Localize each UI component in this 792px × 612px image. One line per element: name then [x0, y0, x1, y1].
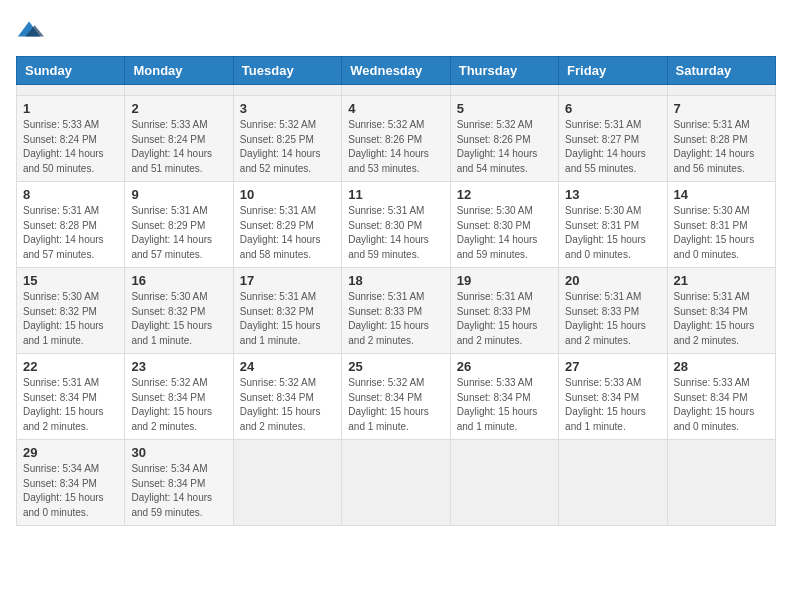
day-number: 18 — [348, 273, 443, 288]
day-number: 29 — [23, 445, 118, 460]
week-row-4: 15Sunrise: 5:30 AM Sunset: 8:32 PM Dayli… — [17, 268, 776, 354]
day-detail: Sunrise: 5:33 AM Sunset: 8:34 PM Dayligh… — [457, 376, 552, 434]
calendar-cell: 16Sunrise: 5:30 AM Sunset: 8:32 PM Dayli… — [125, 268, 233, 354]
day-detail: Sunrise: 5:31 AM Sunset: 8:33 PM Dayligh… — [565, 290, 660, 348]
column-header-sunday: Sunday — [17, 57, 125, 85]
day-detail: Sunrise: 5:33 AM Sunset: 8:24 PM Dayligh… — [131, 118, 226, 176]
calendar-cell: 14Sunrise: 5:30 AM Sunset: 8:31 PM Dayli… — [667, 182, 775, 268]
week-row-1 — [17, 85, 776, 96]
calendar-cell: 3Sunrise: 5:32 AM Sunset: 8:25 PM Daylig… — [233, 96, 341, 182]
calendar-cell — [450, 440, 558, 526]
week-row-5: 22Sunrise: 5:31 AM Sunset: 8:34 PM Dayli… — [17, 354, 776, 440]
calendar-cell — [559, 85, 667, 96]
column-header-friday: Friday — [559, 57, 667, 85]
calendar-cell — [450, 85, 558, 96]
day-detail: Sunrise: 5:31 AM Sunset: 8:28 PM Dayligh… — [23, 204, 118, 262]
day-detail: Sunrise: 5:30 AM Sunset: 8:32 PM Dayligh… — [131, 290, 226, 348]
calendar-cell: 25Sunrise: 5:32 AM Sunset: 8:34 PM Dayli… — [342, 354, 450, 440]
day-number: 13 — [565, 187, 660, 202]
day-number: 21 — [674, 273, 769, 288]
calendar-cell — [125, 85, 233, 96]
day-detail: Sunrise: 5:30 AM Sunset: 8:31 PM Dayligh… — [565, 204, 660, 262]
calendar-cell: 6Sunrise: 5:31 AM Sunset: 8:27 PM Daylig… — [559, 96, 667, 182]
column-header-monday: Monday — [125, 57, 233, 85]
day-number: 9 — [131, 187, 226, 202]
calendar-header-row: SundayMondayTuesdayWednesdayThursdayFrid… — [17, 57, 776, 85]
day-number: 30 — [131, 445, 226, 460]
day-number: 7 — [674, 101, 769, 116]
day-detail: Sunrise: 5:32 AM Sunset: 8:34 PM Dayligh… — [131, 376, 226, 434]
day-detail: Sunrise: 5:31 AM Sunset: 8:34 PM Dayligh… — [674, 290, 769, 348]
calendar-cell: 13Sunrise: 5:30 AM Sunset: 8:31 PM Dayli… — [559, 182, 667, 268]
week-row-3: 8Sunrise: 5:31 AM Sunset: 8:28 PM Daylig… — [17, 182, 776, 268]
column-header-saturday: Saturday — [667, 57, 775, 85]
day-number: 20 — [565, 273, 660, 288]
day-detail: Sunrise: 5:31 AM Sunset: 8:33 PM Dayligh… — [348, 290, 443, 348]
calendar-cell: 8Sunrise: 5:31 AM Sunset: 8:28 PM Daylig… — [17, 182, 125, 268]
day-detail: Sunrise: 5:33 AM Sunset: 8:34 PM Dayligh… — [565, 376, 660, 434]
calendar-cell: 20Sunrise: 5:31 AM Sunset: 8:33 PM Dayli… — [559, 268, 667, 354]
day-detail: Sunrise: 5:30 AM Sunset: 8:30 PM Dayligh… — [457, 204, 552, 262]
day-number: 8 — [23, 187, 118, 202]
day-number: 19 — [457, 273, 552, 288]
week-row-6: 29Sunrise: 5:34 AM Sunset: 8:34 PM Dayli… — [17, 440, 776, 526]
calendar-cell: 2Sunrise: 5:33 AM Sunset: 8:24 PM Daylig… — [125, 96, 233, 182]
day-detail: Sunrise: 5:30 AM Sunset: 8:31 PM Dayligh… — [674, 204, 769, 262]
calendar-cell — [233, 85, 341, 96]
day-number: 12 — [457, 187, 552, 202]
calendar-cell: 28Sunrise: 5:33 AM Sunset: 8:34 PM Dayli… — [667, 354, 775, 440]
calendar-cell: 19Sunrise: 5:31 AM Sunset: 8:33 PM Dayli… — [450, 268, 558, 354]
day-detail: Sunrise: 5:32 AM Sunset: 8:26 PM Dayligh… — [457, 118, 552, 176]
logo — [16, 16, 46, 44]
day-detail: Sunrise: 5:34 AM Sunset: 8:34 PM Dayligh… — [23, 462, 118, 520]
calendar-cell: 1Sunrise: 5:33 AM Sunset: 8:24 PM Daylig… — [17, 96, 125, 182]
day-number: 6 — [565, 101, 660, 116]
calendar-cell: 17Sunrise: 5:31 AM Sunset: 8:32 PM Dayli… — [233, 268, 341, 354]
day-detail: Sunrise: 5:31 AM Sunset: 8:30 PM Dayligh… — [348, 204, 443, 262]
calendar-cell: 21Sunrise: 5:31 AM Sunset: 8:34 PM Dayli… — [667, 268, 775, 354]
day-number: 22 — [23, 359, 118, 374]
calendar-cell: 9Sunrise: 5:31 AM Sunset: 8:29 PM Daylig… — [125, 182, 233, 268]
day-number: 10 — [240, 187, 335, 202]
calendar-cell — [342, 440, 450, 526]
day-number: 28 — [674, 359, 769, 374]
day-number: 3 — [240, 101, 335, 116]
calendar-cell: 18Sunrise: 5:31 AM Sunset: 8:33 PM Dayli… — [342, 268, 450, 354]
day-detail: Sunrise: 5:31 AM Sunset: 8:28 PM Dayligh… — [674, 118, 769, 176]
calendar-cell: 29Sunrise: 5:34 AM Sunset: 8:34 PM Dayli… — [17, 440, 125, 526]
week-row-2: 1Sunrise: 5:33 AM Sunset: 8:24 PM Daylig… — [17, 96, 776, 182]
day-detail: Sunrise: 5:31 AM Sunset: 8:32 PM Dayligh… — [240, 290, 335, 348]
day-number: 15 — [23, 273, 118, 288]
day-detail: Sunrise: 5:34 AM Sunset: 8:34 PM Dayligh… — [131, 462, 226, 520]
column-header-wednesday: Wednesday — [342, 57, 450, 85]
calendar-cell — [342, 85, 450, 96]
calendar-cell: 23Sunrise: 5:32 AM Sunset: 8:34 PM Dayli… — [125, 354, 233, 440]
day-detail: Sunrise: 5:32 AM Sunset: 8:34 PM Dayligh… — [240, 376, 335, 434]
calendar-cell: 22Sunrise: 5:31 AM Sunset: 8:34 PM Dayli… — [17, 354, 125, 440]
calendar-cell — [233, 440, 341, 526]
calendar-cell: 26Sunrise: 5:33 AM Sunset: 8:34 PM Dayli… — [450, 354, 558, 440]
day-detail: Sunrise: 5:32 AM Sunset: 8:25 PM Dayligh… — [240, 118, 335, 176]
calendar-cell — [667, 440, 775, 526]
calendar-cell: 15Sunrise: 5:30 AM Sunset: 8:32 PM Dayli… — [17, 268, 125, 354]
page-header — [16, 16, 776, 44]
calendar-cell: 24Sunrise: 5:32 AM Sunset: 8:34 PM Dayli… — [233, 354, 341, 440]
calendar-cell — [17, 85, 125, 96]
calendar-cell: 5Sunrise: 5:32 AM Sunset: 8:26 PM Daylig… — [450, 96, 558, 182]
calendar-cell: 11Sunrise: 5:31 AM Sunset: 8:30 PM Dayli… — [342, 182, 450, 268]
column-header-tuesday: Tuesday — [233, 57, 341, 85]
day-detail: Sunrise: 5:30 AM Sunset: 8:32 PM Dayligh… — [23, 290, 118, 348]
day-number: 26 — [457, 359, 552, 374]
day-detail: Sunrise: 5:31 AM Sunset: 8:33 PM Dayligh… — [457, 290, 552, 348]
column-header-thursday: Thursday — [450, 57, 558, 85]
day-number: 4 — [348, 101, 443, 116]
day-number: 23 — [131, 359, 226, 374]
calendar-cell: 7Sunrise: 5:31 AM Sunset: 8:28 PM Daylig… — [667, 96, 775, 182]
day-detail: Sunrise: 5:32 AM Sunset: 8:34 PM Dayligh… — [348, 376, 443, 434]
day-detail: Sunrise: 5:31 AM Sunset: 8:29 PM Dayligh… — [131, 204, 226, 262]
day-number: 1 — [23, 101, 118, 116]
day-number: 14 — [674, 187, 769, 202]
day-number: 17 — [240, 273, 335, 288]
day-detail: Sunrise: 5:31 AM Sunset: 8:29 PM Dayligh… — [240, 204, 335, 262]
calendar-cell: 27Sunrise: 5:33 AM Sunset: 8:34 PM Dayli… — [559, 354, 667, 440]
